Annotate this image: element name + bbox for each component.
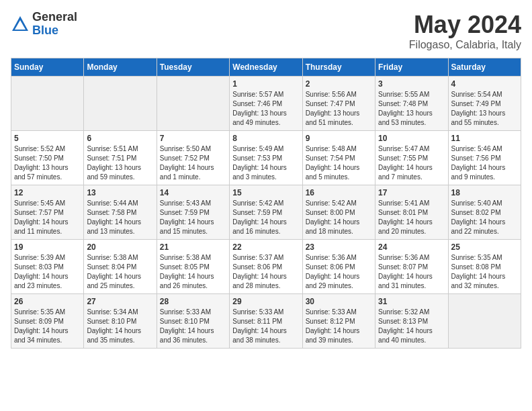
weekday-header-thursday: Thursday xyxy=(302,58,375,77)
day-info: Sunrise: 5:52 AM Sunset: 7:50 PM Dayligh… xyxy=(14,144,81,182)
calendar-cell: 16Sunrise: 5:42 AM Sunset: 8:00 PM Dayli… xyxy=(302,185,375,240)
day-number: 26 xyxy=(14,297,81,306)
calendar-cell: 31Sunrise: 5:32 AM Sunset: 8:13 PM Dayli… xyxy=(375,294,448,349)
calendar-week-row: 12Sunrise: 5:45 AM Sunset: 7:57 PM Dayli… xyxy=(11,185,521,240)
day-number: 14 xyxy=(160,188,226,197)
day-number: 27 xyxy=(87,297,153,306)
day-info: Sunrise: 5:48 AM Sunset: 7:54 PM Dayligh… xyxy=(306,144,372,182)
calendar-cell xyxy=(11,77,84,131)
day-number: 5 xyxy=(14,134,81,143)
calendar-cell: 4Sunrise: 5:54 AM Sunset: 7:49 PM Daylig… xyxy=(448,77,521,131)
day-info: Sunrise: 5:47 AM Sunset: 7:55 PM Dayligh… xyxy=(378,144,445,182)
day-info: Sunrise: 5:33 AM Sunset: 8:10 PM Dayligh… xyxy=(160,308,226,345)
day-number: 7 xyxy=(160,134,226,143)
weekday-header-row: SundayMondayTuesdayWednesdayThursdayFrid… xyxy=(11,58,521,77)
day-number: 11 xyxy=(451,134,518,143)
day-info: Sunrise: 5:43 AM Sunset: 7:59 PM Dayligh… xyxy=(160,199,226,236)
day-number: 6 xyxy=(87,134,153,143)
calendar-cell: 8Sunrise: 5:49 AM Sunset: 7:53 PM Daylig… xyxy=(230,131,302,185)
calendar-cell: 11Sunrise: 5:46 AM Sunset: 7:56 PM Dayli… xyxy=(448,131,521,185)
day-number: 20 xyxy=(87,242,153,252)
day-number: 21 xyxy=(160,242,226,252)
day-info: Sunrise: 5:45 AM Sunset: 7:57 PM Dayligh… xyxy=(14,199,81,236)
day-info: Sunrise: 5:50 AM Sunset: 7:52 PM Dayligh… xyxy=(160,144,226,182)
calendar-cell: 1Sunrise: 5:57 AM Sunset: 7:46 PM Daylig… xyxy=(230,77,302,131)
calendar-cell: 18Sunrise: 5:40 AM Sunset: 8:02 PM Dayli… xyxy=(448,185,521,240)
day-number: 15 xyxy=(232,188,299,197)
day-info: Sunrise: 5:35 AM Sunset: 8:09 PM Dayligh… xyxy=(14,308,81,345)
day-info: Sunrise: 5:33 AM Sunset: 8:12 PM Dayligh… xyxy=(306,308,372,345)
day-number: 30 xyxy=(306,297,372,306)
day-info: Sunrise: 5:46 AM Sunset: 7:56 PM Dayligh… xyxy=(451,144,518,182)
day-info: Sunrise: 5:51 AM Sunset: 7:51 PM Dayligh… xyxy=(87,144,153,182)
logo-general: General xyxy=(32,11,77,24)
day-info: Sunrise: 5:36 AM Sunset: 8:07 PM Dayligh… xyxy=(378,253,445,291)
day-number: 16 xyxy=(306,188,372,197)
day-info: Sunrise: 5:32 AM Sunset: 8:13 PM Dayligh… xyxy=(378,308,445,345)
calendar-week-row: 1Sunrise: 5:57 AM Sunset: 7:46 PM Daylig… xyxy=(11,77,521,131)
calendar-cell: 22Sunrise: 5:37 AM Sunset: 8:06 PM Dayli… xyxy=(230,240,302,294)
day-info: Sunrise: 5:42 AM Sunset: 8:00 PM Dayligh… xyxy=(306,199,372,236)
weekday-header-tuesday: Tuesday xyxy=(157,58,229,77)
day-info: Sunrise: 5:56 AM Sunset: 7:47 PM Dayligh… xyxy=(306,90,372,128)
day-info: Sunrise: 5:39 AM Sunset: 8:03 PM Dayligh… xyxy=(14,253,81,291)
day-number: 4 xyxy=(451,79,518,89)
weekday-header-monday: Monday xyxy=(84,58,157,77)
day-info: Sunrise: 5:33 AM Sunset: 8:11 PM Dayligh… xyxy=(232,308,299,345)
day-info: Sunrise: 5:54 AM Sunset: 7:49 PM Dayligh… xyxy=(451,90,518,128)
day-number: 31 xyxy=(378,297,445,306)
weekday-header-wednesday: Wednesday xyxy=(230,58,302,77)
calendar-cell: 24Sunrise: 5:36 AM Sunset: 8:07 PM Dayli… xyxy=(375,240,448,294)
logo: General Blue xyxy=(11,11,77,38)
day-number: 19 xyxy=(14,242,81,252)
day-number: 23 xyxy=(306,242,372,252)
day-info: Sunrise: 5:57 AM Sunset: 7:46 PM Dayligh… xyxy=(232,90,299,128)
day-info: Sunrise: 5:34 AM Sunset: 8:10 PM Dayligh… xyxy=(87,308,153,345)
calendar-cell: 9Sunrise: 5:48 AM Sunset: 7:54 PM Daylig… xyxy=(302,131,375,185)
day-number: 29 xyxy=(232,297,299,306)
calendar-cell: 30Sunrise: 5:33 AM Sunset: 8:12 PM Dayli… xyxy=(302,294,375,349)
logo-blue: Blue xyxy=(32,24,77,38)
calendar-table: SundayMondayTuesdayWednesdayThursdayFrid… xyxy=(11,58,521,349)
day-number: 10 xyxy=(378,134,445,143)
calendar-cell: 23Sunrise: 5:36 AM Sunset: 8:06 PM Dayli… xyxy=(302,240,375,294)
day-number: 2 xyxy=(306,79,372,89)
calendar-cell: 21Sunrise: 5:38 AM Sunset: 8:05 PM Dayli… xyxy=(157,240,229,294)
calendar-week-row: 5Sunrise: 5:52 AM Sunset: 7:50 PM Daylig… xyxy=(11,131,521,185)
day-info: Sunrise: 5:44 AM Sunset: 7:58 PM Dayligh… xyxy=(87,199,153,236)
weekday-header-saturday: Saturday xyxy=(448,58,521,77)
day-info: Sunrise: 5:37 AM Sunset: 8:06 PM Dayligh… xyxy=(232,253,299,291)
day-number: 3 xyxy=(378,79,445,89)
calendar-cell: 25Sunrise: 5:35 AM Sunset: 8:08 PM Dayli… xyxy=(448,240,521,294)
title-area: May 2024 Filogaso, Calabria, Italy xyxy=(409,11,521,51)
logo-icon xyxy=(11,15,30,34)
day-number: 18 xyxy=(451,188,518,197)
calendar-cell xyxy=(84,77,157,131)
calendar-cell: 28Sunrise: 5:33 AM Sunset: 8:10 PM Dayli… xyxy=(157,294,229,349)
calendar-cell: 7Sunrise: 5:50 AM Sunset: 7:52 PM Daylig… xyxy=(157,131,229,185)
day-number: 9 xyxy=(306,134,372,143)
calendar-cell: 15Sunrise: 5:42 AM Sunset: 7:59 PM Dayli… xyxy=(230,185,302,240)
weekday-header-friday: Friday xyxy=(375,58,448,77)
day-number: 12 xyxy=(14,188,81,197)
day-info: Sunrise: 5:55 AM Sunset: 7:48 PM Dayligh… xyxy=(378,90,445,128)
calendar-cell: 12Sunrise: 5:45 AM Sunset: 7:57 PM Dayli… xyxy=(11,185,84,240)
calendar-cell: 3Sunrise: 5:55 AM Sunset: 7:48 PM Daylig… xyxy=(375,77,448,131)
day-info: Sunrise: 5:38 AM Sunset: 8:05 PM Dayligh… xyxy=(160,253,226,291)
day-info: Sunrise: 5:49 AM Sunset: 7:53 PM Dayligh… xyxy=(232,144,299,182)
day-info: Sunrise: 5:42 AM Sunset: 7:59 PM Dayligh… xyxy=(232,199,299,236)
month-title: May 2024 xyxy=(409,11,521,39)
calendar-cell xyxy=(448,294,521,349)
day-info: Sunrise: 5:35 AM Sunset: 8:08 PM Dayligh… xyxy=(451,253,518,291)
location-title: Filogaso, Calabria, Italy xyxy=(409,39,521,51)
calendar-cell: 10Sunrise: 5:47 AM Sunset: 7:55 PM Dayli… xyxy=(375,131,448,185)
calendar-cell: 14Sunrise: 5:43 AM Sunset: 7:59 PM Dayli… xyxy=(157,185,229,240)
calendar-cell xyxy=(157,77,229,131)
calendar-cell: 27Sunrise: 5:34 AM Sunset: 8:10 PM Dayli… xyxy=(84,294,157,349)
calendar-cell: 29Sunrise: 5:33 AM Sunset: 8:11 PM Dayli… xyxy=(230,294,302,349)
day-number: 13 xyxy=(87,188,153,197)
calendar-cell: 20Sunrise: 5:38 AM Sunset: 8:04 PM Dayli… xyxy=(84,240,157,294)
calendar-cell: 13Sunrise: 5:44 AM Sunset: 7:58 PM Dayli… xyxy=(84,185,157,240)
header: General Blue May 2024 Filogaso, Calabria… xyxy=(11,11,521,51)
calendar-cell: 5Sunrise: 5:52 AM Sunset: 7:50 PM Daylig… xyxy=(11,131,84,185)
